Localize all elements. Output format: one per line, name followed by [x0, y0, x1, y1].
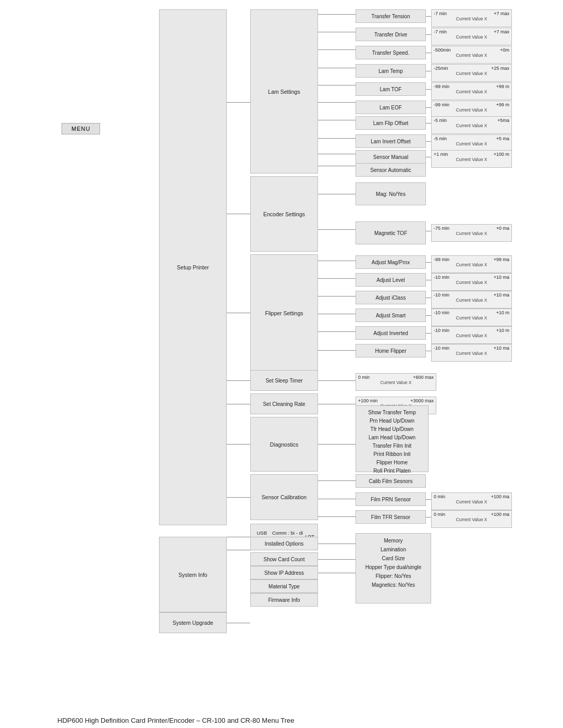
calib-film-sensors-item: Calib Film Sesnors	[356, 474, 426, 488]
film-tfr-sensor-value: 0 min +100 ma Current Value X	[431, 510, 512, 528]
lam-eof-item: Lam EOF	[356, 101, 426, 114]
lam-settings-box: Lam Settings	[250, 9, 318, 174]
transfer-speed-value: -500min +0m Current Value X	[431, 46, 512, 64]
lam-flip-offset-item: Lam Flip Offset	[356, 116, 426, 130]
adjust-iclass-value: -10 min +10 ma Current Value X	[431, 291, 512, 309]
set-cleaning-rate-box: Set Cleaning Rate	[250, 393, 318, 414]
flipper-settings-box: Flipper Settings	[250, 254, 318, 372]
home-flipper-value: -10 min +10 ma Current Value X	[431, 344, 512, 362]
lam-tof-value: -99 min +99 m Current Value X	[431, 82, 512, 100]
setup-printer-box: Setup Printer	[159, 9, 227, 525]
sensor-automatic-item: Sensor Automatic	[356, 163, 426, 177]
system-upgrade-box: System Upgrade	[159, 612, 227, 633]
system-info-box: System Info	[159, 537, 227, 612]
sensor-manual-value: +1 min +100 m Current Value X	[431, 150, 512, 168]
firmware-info-item: Firmware Info	[250, 593, 318, 607]
lam-temp-item: Lam Temp	[356, 64, 426, 78]
film-prn-sensor-value: 0 min +100 ma Current Value X	[431, 492, 512, 510]
transfer-drive-item: Transfer Drive	[356, 28, 426, 41]
adjust-smart-item: Adjust Smart	[356, 309, 426, 322]
transfer-speed-item: Transfer Speed.	[356, 46, 426, 59]
set-sleep-timer-box: Set Sleep Timer	[250, 370, 318, 391]
diagnostics-box: Diagnostics	[250, 417, 318, 472]
mag-noyes-item: Mag: No/Yes	[356, 182, 426, 205]
magnetic-tof-item: Magnetic TOF	[356, 221, 426, 244]
magnetic-tof-value: -75 min +0 ma Current Value X	[431, 224, 512, 242]
lam-invert-offset-item: Lam Invert Offset	[356, 134, 426, 148]
adjust-smart-value: -10 min +10 m Current Value X	[431, 309, 512, 326]
film-tfr-sensor-item: Film TFR Sensor	[356, 510, 426, 524]
adjust-mag-prox-item: Adjust Mag/Prox	[356, 255, 426, 269]
show-card-count-item: Show Card Count	[250, 552, 318, 566]
adjust-mag-prox-value: -99 min +99 ma Current Value X	[431, 255, 512, 273]
encoder-settings-box: Encoder Settings	[250, 176, 318, 252]
sensor-calibration-box: Sensor Calibration	[250, 474, 318, 520]
home-flipper-item: Home Flipper	[356, 344, 426, 357]
lam-flip-offset-value: -5 min +5ma Current Value X	[431, 116, 512, 134]
adjust-inverted-value: -10 min +10 m Current Value X	[431, 326, 512, 344]
material-type-item: Material Type	[250, 579, 318, 593]
lam-tof-item: Lam TOF	[356, 82, 426, 96]
transfer-tension-value: -7 min +7 max Current Value X	[431, 9, 512, 27]
adjust-level-item: Adjust Level	[356, 273, 426, 287]
adjust-iclass-item: Adjust iClass	[356, 291, 426, 304]
diagnostics-list: Show Transfer Temp Prn Head Up/Down Tfr …	[356, 405, 429, 472]
lam-invert-offset-value: -5 min +5 ma Current Value X	[431, 134, 512, 152]
lam-eof-value: -99 min +99 m Current Value X	[431, 101, 512, 118]
film-prn-sensor-item: Film PRN Sensor	[356, 492, 426, 506]
footer-text: HDP600 High Definition Card Printer/Enco…	[57, 717, 295, 724]
installed-options-item: Installed Options	[250, 537, 318, 550]
adjust-inverted-item: Adjust Inverted	[356, 326, 426, 340]
sensor-manual-item: Sensor Manual	[356, 150, 426, 164]
set-sleep-timer-value: 0 min +600 max Current Value X	[356, 373, 436, 391]
transfer-drive-value: -7 min +7 max Current Value X	[431, 28, 512, 45]
adjust-level-value: -10 min +10 ma Current Value X	[431, 273, 512, 291]
transfer-tension-item: Transfer Tension	[356, 9, 426, 23]
show-ip-address-item: Show IP Address	[250, 566, 318, 579]
lam-temp-value: -25min +25 max Current Value X	[431, 64, 512, 82]
installed-items-list: Memory Lamination Card Size Hopper Type …	[356, 533, 431, 603]
